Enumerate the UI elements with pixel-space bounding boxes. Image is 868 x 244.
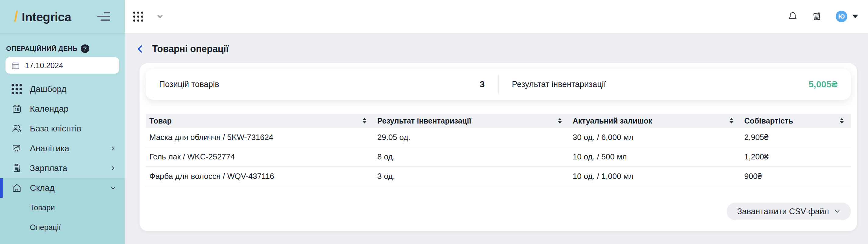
- download-csv-label: Завантажити CSV-файл: [737, 207, 829, 216]
- user-caret-down-icon: [852, 14, 858, 18]
- summary-inventory-value: 5,005₴: [809, 79, 838, 90]
- summary-bar: Позицій товарів 3 Результат інвентаризац…: [146, 69, 851, 100]
- payroll-icon: $: [11, 163, 23, 173]
- sidebar-item-warehouse[interactable]: Склад: [0, 178, 125, 198]
- cell-product: Гель лак / WKC-252774: [146, 152, 374, 162]
- chevron-right-icon: [110, 145, 116, 151]
- main-area: Ю Товарні операції Позицій товарів: [125, 0, 868, 244]
- table-row[interactable]: Маска для обличчя / 5KW-731624 29.05 од.…: [146, 128, 851, 147]
- sidebar-item-label: Склад: [30, 183, 103, 193]
- sidebar-item-label: Аналітика: [30, 144, 103, 153]
- svg-text:$: $: [18, 169, 19, 172]
- sidebar-item-label: Зарплата: [30, 163, 103, 173]
- calendar-input-icon: [11, 61, 20, 70]
- column-label: Товар: [149, 116, 172, 125]
- sidebar-group-warehouse: Склад Товари Операції Залишки: [0, 178, 125, 244]
- sort-icon[interactable]: [363, 118, 366, 124]
- chevron-down-icon: [110, 185, 116, 191]
- column-header-cost[interactable]: Собівартість: [741, 114, 851, 128]
- summary-positions-value: 3: [480, 79, 485, 90]
- operational-day-section: ОПЕРАЦІЙНИЙ ДЕНЬ ? 17.10.2024: [0, 44, 125, 74]
- column-label: Результат інвентаризації: [377, 116, 471, 125]
- operational-day-date-picker[interactable]: 17.10.2024: [5, 57, 119, 74]
- topbar-left: [133, 11, 164, 22]
- cell-cost: 900₴: [741, 172, 851, 181]
- svg-text:15: 15: [14, 108, 19, 112]
- topbar-right: Ю: [787, 11, 858, 22]
- warehouse-icon: [11, 183, 23, 193]
- csv-chevron-down-icon: [834, 208, 841, 215]
- cell-product: Фарба для волосся / WQV-437116: [146, 172, 374, 181]
- apps-chevron-down-icon[interactable]: [156, 12, 164, 21]
- sidebar-collapse-icon[interactable]: [97, 10, 110, 23]
- csv-row: Завантажити CSV-файл: [146, 203, 851, 220]
- operations-card: Позицій товарів 3 Результат інвентаризац…: [140, 63, 857, 231]
- sort-icon[interactable]: [840, 118, 844, 124]
- back-button[interactable]: [135, 44, 145, 54]
- sidebar-item-dashboard[interactable]: Дашборд: [0, 79, 125, 99]
- operational-day-date: 17.10.2024: [25, 61, 63, 70]
- apps-grid-icon[interactable]: [133, 11, 143, 22]
- sidebar-subitem-products[interactable]: Товари: [0, 198, 125, 217]
- avatar[interactable]: Ю: [836, 11, 847, 22]
- summary-positions-label: Позицій товарів: [159, 80, 219, 89]
- chevron-right-icon: [110, 165, 116, 171]
- column-label: Актуальний залишок: [573, 116, 652, 125]
- brand-logo[interactable]: / Integrica: [14, 9, 71, 24]
- column-header-actual-stock[interactable]: Актуальний залишок: [569, 114, 741, 128]
- cell-cost: 2,905₴: [741, 133, 851, 142]
- column-header-inventory-result[interactable]: Результат інвентаризації: [374, 114, 569, 128]
- news-icon[interactable]: [811, 11, 823, 22]
- operations-table: Товар Результат інвентаризації Актуальни…: [146, 114, 851, 186]
- calendar-icon: 15: [11, 104, 23, 114]
- operational-day-label: ОПЕРАЦІЙНИЙ ДЕНЬ: [6, 45, 78, 53]
- sidebar-header: / Integrica: [0, 0, 125, 33]
- table-row[interactable]: Фарба для волосся / WQV-437116 3 од. 10 …: [146, 167, 851, 186]
- page-title: Товарні операції: [152, 43, 228, 55]
- title-row: Товарні операції: [135, 43, 857, 56]
- column-header-product[interactable]: Товар: [146, 114, 374, 128]
- cell-actual-stock: 10 од. / 1,000 мл: [569, 172, 741, 181]
- cell-inventory-result: 8 од.: [374, 152, 569, 162]
- topbar: Ю: [125, 0, 868, 33]
- summary-inventory-result: Результат інвентаризації 5,005₴: [499, 69, 851, 100]
- brand-slash: /: [14, 9, 18, 24]
- sidebar-item-calendar[interactable]: 15 Календар: [0, 99, 125, 119]
- cell-product: Маска для обличчя / 5KW-731624: [146, 133, 374, 142]
- sidebar-item-payroll[interactable]: $ Зарплата: [0, 158, 125, 178]
- help-icon[interactable]: ?: [81, 44, 89, 53]
- operational-day-label-row: ОПЕРАЦІЙНИЙ ДЕНЬ ?: [5, 44, 119, 53]
- sidebar-menu: Дашборд 15 Календар: [0, 79, 125, 244]
- sidebar-item-analytics[interactable]: Аналітика: [0, 138, 125, 158]
- app-root: / Integrica ОПЕРАЦІЙНИЙ ДЕНЬ ?: [0, 0, 868, 244]
- summary-inventory-label: Результат інвентаризації: [512, 80, 606, 89]
- sidebar: / Integrica ОПЕРАЦІЙНИЙ ДЕНЬ ?: [0, 0, 125, 244]
- table-row[interactable]: Гель лак / WKC-252774 8 од. 10 од. / 500…: [146, 147, 851, 167]
- download-csv-button[interactable]: Завантажити CSV-файл: [726, 203, 851, 220]
- sidebar-subitem-stock[interactable]: Залишки: [0, 237, 125, 244]
- sidebar-item-label: Дашборд: [30, 84, 116, 94]
- sidebar-item-label: Календар: [30, 104, 116, 114]
- user-menu[interactable]: Ю: [836, 11, 858, 22]
- column-label: Собівартість: [744, 116, 793, 125]
- sidebar-subitem-operations[interactable]: Операції: [0, 217, 125, 237]
- brand-name: Integrica: [22, 10, 71, 24]
- content: Товарні операції Позицій товарів 3 Резул…: [125, 33, 868, 244]
- summary-positions: Позицій товарів 3: [146, 69, 498, 100]
- cell-inventory-result: 3 од.: [374, 172, 569, 181]
- analytics-icon: [11, 143, 23, 154]
- sort-icon[interactable]: [558, 118, 562, 124]
- cell-cost: 1,200₴: [741, 152, 851, 162]
- sidebar-item-clients[interactable]: База клієнтів: [0, 119, 125, 138]
- bell-icon[interactable]: [787, 11, 799, 22]
- cell-actual-stock: 30 од. / 6,000 мл: [569, 133, 741, 142]
- table-header: Товар Результат інвентаризації Актуальни…: [146, 114, 851, 128]
- cell-actual-stock: 10 од. / 500 мл: [569, 152, 741, 162]
- cell-inventory-result: 29.05 од.: [374, 133, 569, 142]
- grid-dots-icon: [11, 84, 23, 94]
- sort-icon[interactable]: [730, 118, 733, 124]
- sidebar-item-label: База клієнтів: [30, 124, 116, 134]
- clients-icon: [11, 124, 23, 134]
